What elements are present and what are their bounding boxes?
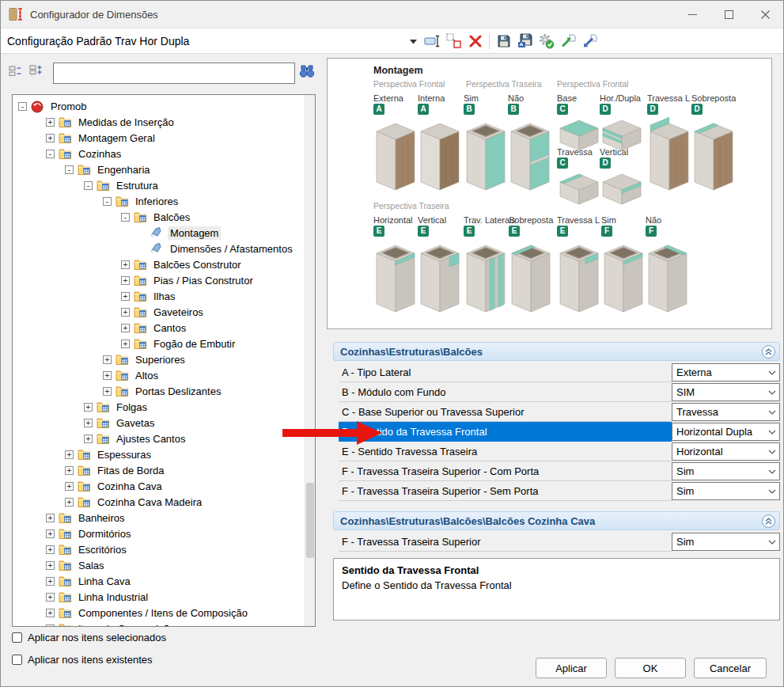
property-row[interactable]: D - Sentido da Travessa FrontalHorizonta… [339,422,780,442]
tree-expander[interactable]: - [121,213,130,222]
section-collapse-button[interactable] [762,514,775,528]
tree-expander[interactable]: + [121,260,130,269]
property-value-dropdown[interactable]: Externa [672,363,780,381]
tree-expander[interactable]: + [84,419,93,427]
tree-item[interactable]: + Banheiros [46,510,127,526]
tree-expander[interactable]: + [46,514,55,522]
tree-item[interactable]: + Ilhas [121,288,177,304]
import-icon[interactable] [578,31,600,51]
tree-expander[interactable]: + [121,308,130,317]
tree-item[interactable]: + Linha Industrial [46,589,150,605]
property-value-dropdown[interactable]: SIM [672,383,780,401]
property-value-dropdown[interactable]: Sim [672,462,780,480]
tree-item[interactable]: + Folgas [84,399,150,415]
tree-item[interactable]: + Fogão de Embutir [121,336,237,351]
tree-expander[interactable]: + [103,371,112,380]
tree-expander[interactable]: + [46,561,55,570]
tree-item[interactable]: + Portas Deslizantes [103,383,223,399]
tree-expander[interactable]: - [84,181,93,190]
apply-gear-icon[interactable] [536,31,557,51]
minimize-button[interactable] [674,1,710,28]
tree-scrollbar[interactable] [305,95,315,626]
checkbox-box[interactable] [12,655,22,665]
tree-expander[interactable]: - [18,102,27,111]
config-selector-combobox[interactable]: Configuração Padrão Trav Hor Dupla [1,28,422,53]
apply-button[interactable]: Aplicar [536,658,607,678]
tree-expander[interactable]: + [103,355,112,364]
property-value-dropdown[interactable]: Horizontal Dupla [672,423,780,441]
section-header[interactable]: Cozinhas\Estruturas\Balcões\Balcões Cozi… [333,511,780,530]
tree-item[interactable]: - Promob [18,98,89,114]
tree-item[interactable]: + Cantos [121,320,188,336]
tree-item[interactable]: + Ajustes Cantos [84,431,187,446]
checkbox-box[interactable] [12,632,22,643]
tree-item[interactable]: + Superiores [103,351,187,367]
tree-item[interactable]: + Cozinha Cava [65,478,165,494]
apply-selected-items-checkbox[interactable]: Aplicar nos itens selecionados [12,632,166,643]
tree-item[interactable]: + Fitas de Borda [65,462,167,478]
tree-expander[interactable]: + [121,324,130,332]
expand-all-icon[interactable] [29,64,44,78]
rename-config-icon[interactable] [422,31,443,51]
save-icon[interactable] [493,31,514,51]
tree-expander[interactable]: + [84,435,93,443]
tree-item[interactable]: - Inferiores [103,193,180,209]
section-collapse-button[interactable] [762,345,775,359]
tree-expander[interactable]: - [103,197,112,206]
property-row[interactable]: B - Módulo com FundoSIM [339,382,780,402]
tree-item[interactable]: + Cozinha Cava Madeira [65,494,204,510]
tree-expander[interactable]: + [46,134,55,142]
tree-item[interactable]: + Medidas de Inserção [46,114,176,130]
apply-existing-items-checkbox[interactable]: Aplicar nos itens existentes [12,654,153,666]
tree-item[interactable]: + Montagem Geral [46,130,157,146]
tree-expander[interactable]: - [65,165,74,174]
tree-expander[interactable]: + [84,403,93,412]
property-row[interactable]: F - Travessa Traseira Superior - Sem Por… [339,481,780,501]
tree-expander[interactable]: - [46,624,55,628]
tree-expander[interactable]: + [46,609,55,617]
tree-expander[interactable]: + [121,340,130,348]
cancel-button[interactable]: Cancelar [694,658,767,678]
tree-item[interactable]: - Itens de Composição [46,621,177,627]
tree-item[interactable]: - Engenharia [65,161,153,177]
tree-expander[interactable]: + [121,276,130,285]
property-value-dropdown[interactable]: Sim [672,533,780,551]
property-value-dropdown[interactable]: Horizontal [672,442,780,461]
tree-expander[interactable]: + [46,545,55,554]
category-tree[interactable]: - Promob+ Medidas de Inserção+ Montagem … [12,94,316,627]
maximize-button[interactable] [710,1,747,28]
section-header[interactable]: Cozinhas\Estruturas\Balcões [333,342,780,361]
tree-item[interactable]: - Cozinhas [46,146,123,161]
tree-item[interactable]: + Componentes / Itens de Composição [46,605,250,621]
ok-button[interactable]: OK [615,658,686,678]
delete-config-icon[interactable] [464,31,486,51]
export-icon[interactable] [557,31,578,51]
property-row[interactable]: F - Travessa Traseira SuperiorSim [339,532,780,552]
tree-item[interactable]: + Linha Cava [46,573,133,589]
tree-item[interactable]: - Estrutura [84,177,161,193]
property-row[interactable]: F - Travessa Traseira Superior - Com Por… [339,461,780,481]
tree-item[interactable]: + Escritórios [46,541,129,557]
tree-item[interactable]: + Gaveteiros [121,304,206,320]
tree-item[interactable]: + Balcões Construtor [121,256,244,272]
save-as-icon[interactable] [514,31,536,51]
tree-item[interactable]: Dimensões / Afastamentos [138,241,295,256]
tree-expander[interactable]: + [65,482,74,491]
tree-item[interactable]: + Gavetas [84,415,157,431]
collapse-all-icon[interactable] [9,64,23,78]
tree-item[interactable]: + Altos [103,367,161,383]
tree-item[interactable]: + Espessuras [65,446,153,462]
property-value-dropdown[interactable]: Travessa [672,403,780,421]
tree-expander[interactable]: + [46,593,55,602]
tree-expander[interactable]: + [65,498,74,507]
search-binoculars-button[interactable] [298,64,316,80]
tree-scrollbar-thumb[interactable] [306,483,314,558]
combo-dropdown-icon[interactable] [410,35,417,47]
tree-search-input[interactable] [53,63,295,84]
tree-item[interactable]: Montagem [138,225,221,241]
tree-expander[interactable]: + [46,118,55,127]
tree-expander[interactable]: + [46,577,55,586]
property-row[interactable]: E - Sentido Travessa TraseiraHorizontal [339,442,780,461]
property-row[interactable]: A - Tipo LateralExterna [339,362,780,382]
tree-expander[interactable]: - [46,150,55,158]
